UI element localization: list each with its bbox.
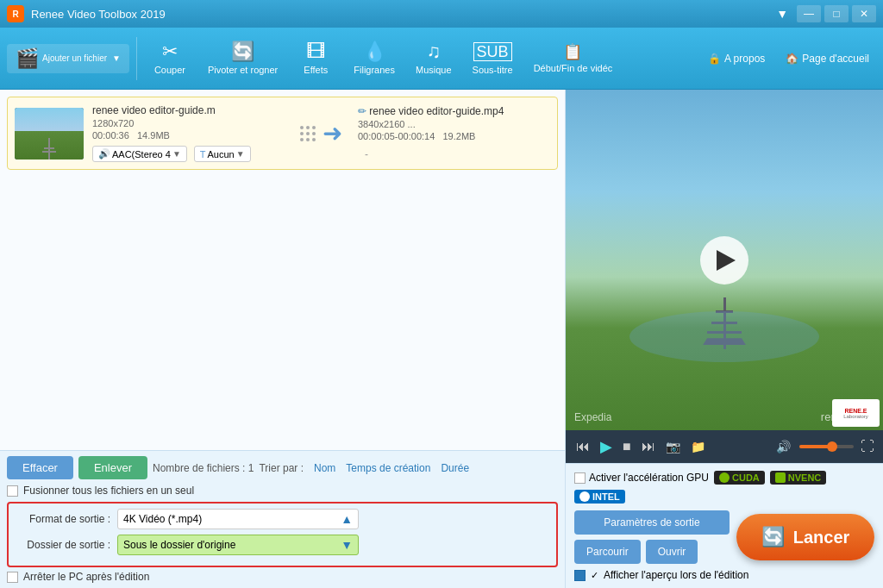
input-file-name: renee video editor-guide.m [92,104,285,116]
fullscreen-button[interactable]: ⛶ [861,439,874,454]
toolbar-effets[interactable]: 🎞 Effets [290,37,341,80]
input-duration-size: 00:00:36 14.9MB [92,130,285,141]
action-section: Paramètres de sortie Parcourir Ouvrir 🔄 … [574,510,874,564]
parametres-button[interactable]: Paramètres de sortie [574,510,730,535]
toolbar-couper[interactable]: ✂ Couper [144,37,196,80]
dot [312,126,316,129]
add-file-label: Ajouter un fichier [42,53,107,63]
audio-icon: 🔊 [98,148,110,160]
toolbar-pivoter[interactable]: 🔄 Pivoter et rogner [199,37,286,80]
afficher-row: ✓ Afficher l'aperçu lors de l'édition [574,569,874,581]
sort-nom-link[interactable]: Nom [314,462,335,474]
minimize-btn[interactable]: ▼ [771,5,793,22]
toolbar-debut-fin[interactable]: 📋 Début/Fin de vidéc [525,39,622,78]
play-button[interactable] [700,236,748,285]
snapshot-button[interactable]: 📷 [664,438,682,455]
app-logo: R [7,5,24,22]
play-pause-button[interactable]: ▶ [598,435,614,458]
action-buttons-col: Paramètres de sortie Parcourir Ouvrir [574,510,730,564]
toolbar-page-accueil[interactable]: 🏠 Page d'accueil [779,49,876,68]
input-thumbnail [15,108,84,160]
dot [300,138,304,141]
folder-button[interactable]: 📁 [689,438,707,455]
format-label: Format de sortie : [16,513,110,525]
subtitle-icon: T [200,149,206,160]
cuda-label: CUDA [732,472,760,483]
close-button[interactable]: ✕ [852,5,876,22]
volume-button[interactable]: 🔊 [774,438,792,455]
skip-forward-button[interactable]: ⏭ [640,437,657,456]
dossier-row: Dossier de sortie : Sous le dossier d'or… [16,535,549,555]
arreter-checkbox[interactable] [7,572,18,583]
sort-duration-link[interactable]: Durée [441,462,469,474]
audio-select[interactable]: 🔊 AAC(Stereo 4 ▼ [92,146,187,162]
musique-icon: ♫ [427,42,442,61]
toolbar-filigranes[interactable]: 💧 Filigranes [345,37,404,80]
intel-logo [579,491,590,502]
dossier-select[interactable]: Sous le dossier d'origine ▼ [117,535,359,555]
format-select[interactable]: 4K Vidéo (*.mp4) ▲ [117,509,359,529]
volume-slider[interactable] [799,445,854,448]
toolbar-musique[interactable]: ♫ Musique [407,37,460,80]
filigranes-icon: 💧 [363,42,386,61]
gpu-enable-checkbox[interactable] [574,472,586,484]
file-list-area: renee video editor-guide.m 1280x720 00:0… [0,90,565,450]
expedia-text: Expedia [574,411,611,423]
left-panel: renee video editor-guide.m 1280x720 00:0… [0,90,566,588]
sort-creation-link[interactable]: Temps de création [346,462,430,474]
output-size: 19.2MB [442,131,475,141]
nvenc-label: NVENC [788,472,822,483]
dossier-label: Dossier de sortie : [16,539,110,551]
effacer-button[interactable]: Effacer [7,456,73,479]
parcourir-button[interactable]: Parcourir [574,540,641,564]
input-file-info: renee video editor-guide.m 1280x720 00:0… [92,104,285,162]
effets-icon: 🎞 [306,42,325,61]
ouvrir-button[interactable]: Ouvrir [646,540,698,564]
enlever-button[interactable]: Enlever [78,456,147,479]
afficher-checkbox[interactable] [574,570,586,581]
subtitle-dropdown-icon: ▼ [236,149,245,159]
effets-label: Effets [304,65,328,75]
output-dash: - [358,147,375,162]
preview-image: reneelab.fr Expedia RENE.E Laboratory [566,90,883,430]
toolbar-sep-1 [136,37,137,80]
toolbar-sous-titre[interactable]: SUB Sous-titre [464,37,522,80]
output-file-info: ✏ renee video editor-guide.mp4 3840x2160… [358,105,550,162]
dot [312,132,316,135]
action-btn-row: Effacer Enlever Nombre de fichiers : 1 T… [7,456,558,479]
merge-checkbox[interactable] [7,485,18,497]
output-resolution: 3840x2160 ... [358,119,550,129]
stop-button[interactable]: ■ [621,437,633,456]
output-file-name: ✏ renee video editor-guide.mp4 [358,105,550,117]
filigranes-label: Filigranes [354,65,395,75]
lancer-button[interactable]: 🔄 Lancer [736,514,874,560]
file-controls-input: 🔊 AAC(Stereo 4 ▼ T Aucun ▼ [92,146,285,162]
input-resolution: 1280x720 [92,118,285,128]
minimize-button[interactable]: — [797,5,821,22]
dossier-value: Sous le dossier d'origine [123,539,235,551]
laboratory-text: Laboratory [843,414,868,419]
dot [306,138,310,141]
file-count: Nombre de fichiers : 1 [153,462,254,474]
right-bottom: Activer l'accélération GPU CUDA NVENC IN… [566,463,883,588]
sous-titre-icon: SUB [473,42,512,61]
subtitle-select[interactable]: T Aucun ▼ [194,146,251,162]
maximize-button[interactable]: □ [824,5,849,22]
sort-info: Trier par : Nom Temps de création Durée [259,462,469,474]
skip-back-button[interactable]: ⏮ [574,437,592,456]
apropos-label: A propos [724,53,765,65]
file-controls-output: - [358,147,550,162]
add-dropdown-icon[interactable]: ▼ [112,53,121,63]
arrow-area: ➜ [293,119,349,147]
format-row: Format de sortie : 4K Vidéo (*.mp4) ▲ [16,509,549,529]
volume-thumb [827,441,837,452]
convert-arrow-icon: ➜ [323,119,342,147]
home-icon: 🏠 [786,53,798,65]
toolbar-add-file[interactable]: 🎬 Ajouter un fichier ▼ [7,44,129,73]
preview-area: reneelab.fr Expedia RENE.E Laboratory [566,90,883,430]
dot [300,126,304,129]
gpu-label: Activer l'accélération GPU [589,472,709,484]
input-size: 14.9MB [137,130,170,141]
dot [306,132,310,135]
toolbar-apropos[interactable]: 🔒 A propos [701,49,772,68]
